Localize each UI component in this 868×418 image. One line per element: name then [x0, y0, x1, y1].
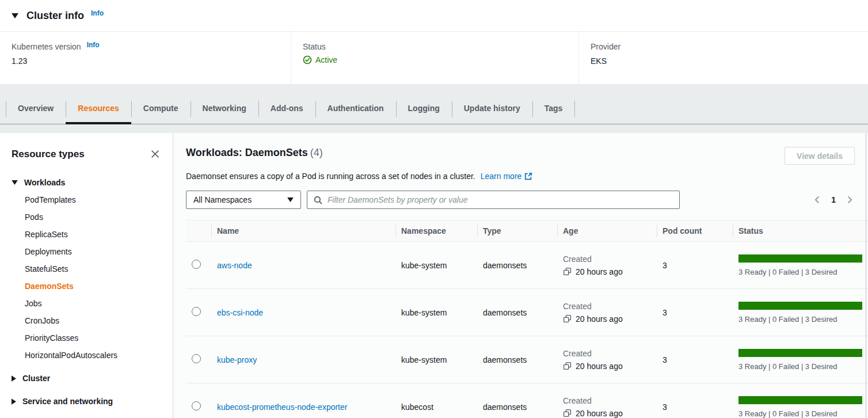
copy-icon[interactable] — [563, 362, 572, 370]
close-icon[interactable] — [149, 148, 161, 160]
sidebar-item-deployments[interactable]: Deployments — [25, 243, 161, 260]
sidebar-item-daemonsets[interactable]: DaemonSets — [25, 278, 161, 295]
age-created-label: Created — [563, 302, 651, 311]
tab-label: Tags — [545, 104, 563, 113]
age-created-label: Created — [563, 396, 651, 405]
tab-compute[interactable]: Compute — [131, 93, 191, 124]
tree-group-toggle-workloads[interactable]: Workloads — [12, 174, 161, 191]
tab-authentication[interactable]: Authentication — [315, 93, 396, 124]
panel-count: (4) — [310, 147, 323, 158]
sidebar-item-cronjobs[interactable]: CronJobs — [25, 312, 161, 329]
column-header-age: Age — [557, 221, 657, 242]
tab-label: Networking — [203, 104, 246, 113]
view-details-button[interactable]: View details — [785, 147, 855, 165]
status-bar — [738, 349, 862, 357]
cluster-info-header: Cluster info Info — [0, 0, 868, 32]
sidebar-title: Resource types — [12, 149, 85, 160]
current-page-number[interactable]: 1 — [831, 195, 836, 204]
copy-icon[interactable] — [563, 409, 572, 417]
resource-types-sidebar: Resource types WorkloadsPodTemplatesPods… — [0, 133, 173, 418]
row-radio[interactable] — [192, 401, 201, 411]
namespace-filter-select[interactable]: All Namespaces — [186, 191, 301, 209]
provider-value: EKS — [591, 56, 868, 66]
tab-label: Overview — [18, 104, 54, 113]
tab-overview[interactable]: Overview — [6, 93, 66, 124]
copy-icon[interactable] — [563, 267, 572, 276]
caret-right-icon — [12, 398, 16, 405]
table-row: aws-nodekube-systemdaemonsetsCreated20 h… — [186, 242, 868, 289]
cluster-info-info-link[interactable]: Info — [91, 9, 104, 17]
tab-networking[interactable]: Networking — [191, 93, 258, 124]
status-text: 3 Ready | 0 Failed | 3 Desired — [738, 362, 862, 371]
column-header-type: Type — [477, 221, 557, 242]
scrollbar[interactable] — [866, 133, 866, 418]
external-link-icon — [524, 172, 532, 180]
tab-tags[interactable]: Tags — [532, 93, 575, 124]
resource-tree: WorkloadsPodTemplatesPodsReplicaSetsDepl… — [12, 174, 161, 410]
tree-group-label: Cluster — [22, 374, 50, 383]
namespace-filter-value: All Namespaces — [193, 195, 252, 204]
sidebar-item-replicasets[interactable]: ReplicaSets — [25, 226, 161, 243]
tab-update-history[interactable]: Update history — [452, 93, 532, 124]
sidebar-item-pods[interactable]: Pods — [25, 208, 161, 226]
namespace-cell: kube-system — [395, 242, 477, 289]
daemonset-name-link[interactable]: kubecost-prometheus-node-exporter — [217, 402, 347, 412]
tree-group-label: Workloads — [24, 178, 65, 187]
previous-page-icon[interactable] — [812, 195, 823, 205]
namespace-cell: kube-system — [395, 289, 477, 336]
daemonset-name-link[interactable]: aws-node — [217, 261, 252, 270]
sidebar-item-horizontalpodautoscalers[interactable]: HorizontalPodAutoscalers — [25, 347, 161, 364]
pod-count-cell: 3 — [657, 383, 733, 418]
next-page-icon[interactable] — [844, 195, 855, 205]
panel-description-text: Daemonset ensures a copy of a Pod is run… — [186, 172, 475, 181]
type-cell: daemonsets — [477, 336, 557, 383]
copy-icon[interactable] — [563, 314, 572, 323]
tab-label: Resources — [78, 104, 119, 113]
row-radio[interactable] — [192, 354, 201, 363]
tab-add-ons[interactable]: Add-ons — [258, 93, 315, 124]
tree-group-label: Service and networking — [22, 397, 113, 406]
tree-items: PodTemplatesPodsReplicaSetsDeploymentsSt… — [12, 191, 161, 364]
table-row: ebs-csi-nodekube-systemdaemonsetsCreated… — [186, 289, 868, 336]
tabs: OverviewResourcesComputeNetworkingAdd-on… — [0, 93, 868, 124]
daemonsets-panel: Workloads: DaemonSets(4) View details Da… — [173, 133, 868, 418]
age-created-label: Created — [563, 254, 651, 264]
row-radio[interactable] — [192, 307, 201, 316]
status-label: Status — [303, 42, 326, 51]
tab-resources[interactable]: Resources — [66, 93, 131, 124]
panel-title-text: Workloads: DaemonSets — [186, 147, 308, 158]
tab-label: Logging — [408, 104, 440, 113]
table-body: aws-nodekube-systemdaemonsetsCreated20 h… — [186, 242, 868, 418]
daemonsets-filter-input[interactable]: Filter DaemonSets by property or value — [307, 191, 680, 209]
tab-logging[interactable]: Logging — [396, 93, 452, 124]
tree-group-service-and-networking: Service and networking — [12, 393, 161, 410]
daemonset-name-link[interactable]: kube-proxy — [217, 355, 257, 364]
kubernetes-version-value: 1.23 — [12, 56, 291, 66]
age-created-label: Created — [563, 349, 651, 358]
table-header-row: NameNamespaceTypeAgePod countStatus — [186, 221, 868, 242]
tab-label: Update history — [464, 104, 520, 113]
daemonset-name-link[interactable]: ebs-csi-node — [217, 308, 263, 317]
learn-more-link[interactable]: Learn more — [481, 172, 533, 181]
content-region: Resource types WorkloadsPodTemplatesPods… — [0, 133, 868, 418]
column-header-status: Status — [733, 221, 868, 242]
kubernetes-version-info-link[interactable]: Info — [87, 41, 100, 49]
collapse-caret-icon[interactable] — [12, 13, 18, 18]
sidebar-item-priorityclasses[interactable]: PriorityClasses — [25, 329, 161, 347]
search-icon — [314, 196, 322, 204]
row-radio[interactable] — [192, 260, 201, 269]
search-placeholder: Filter DaemonSets by property or value — [328, 195, 468, 204]
sidebar-item-podtemplates[interactable]: PodTemplates — [25, 191, 161, 208]
sidebar-item-statefulsets[interactable]: StatefulSets — [25, 260, 161, 278]
sidebar-item-jobs[interactable]: Jobs — [25, 295, 161, 312]
status-bar — [738, 396, 862, 404]
learn-more-label: Learn more — [481, 172, 522, 181]
tree-group-toggle-cluster[interactable]: Cluster — [12, 370, 161, 387]
namespace-cell: kube-system — [395, 336, 477, 383]
tree-group-toggle-service-and-networking[interactable]: Service and networking — [12, 393, 161, 410]
tab-band: OverviewResourcesComputeNetworkingAdd-on… — [0, 84, 868, 133]
table-row: kube-proxykube-systemdaemonsetsCreated20… — [186, 336, 868, 383]
tab-label: Authentication — [328, 104, 384, 113]
type-cell: daemonsets — [477, 383, 557, 418]
tab-label: Add-ons — [271, 104, 303, 113]
